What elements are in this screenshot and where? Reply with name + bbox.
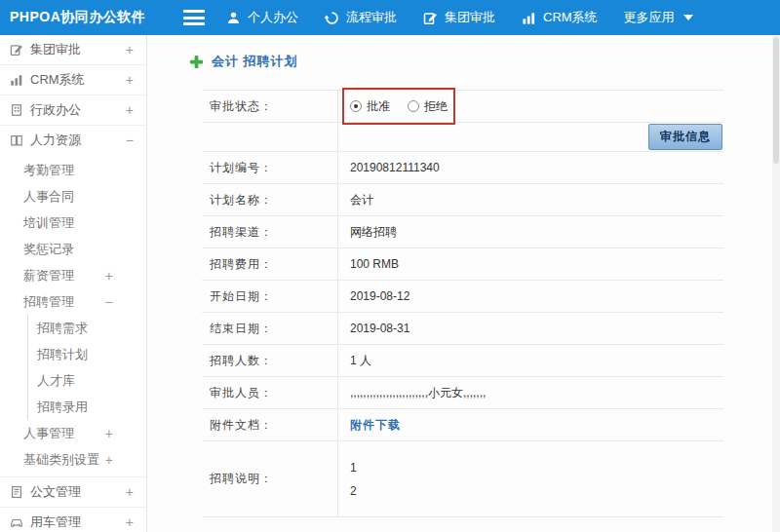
nav-label: 集团审批 — [445, 9, 495, 26]
expand-plus-icon[interactable]: + — [126, 73, 134, 87]
expand-plus-icon[interactable]: + — [126, 485, 134, 499]
sidebar-item-label: 招聘计划 — [37, 346, 88, 363]
sidebar-item-label: 基础类别设置 — [23, 451, 99, 469]
nav-crm[interactable]: CRM系统 — [522, 9, 598, 26]
sidebar: 集团审批 + CRM系统 + 行政办公 + 人力资源 − 考勤管理 人事合同 — [0, 35, 147, 532]
expand-plus-icon[interactable]: + — [105, 269, 113, 283]
document-icon — [10, 485, 23, 499]
sidebar-item-group-approval[interactable]: 集团审批 + — [0, 35, 146, 64]
hamburger-menu-icon[interactable] — [183, 10, 205, 25]
add-plus-icon[interactable] — [189, 55, 204, 69]
field-label: 结束日期： — [202, 313, 338, 344]
row-start-date: 开始日期： 2019-08-12 — [202, 280, 723, 312]
sidebar-item-contract[interactable]: 人事合同 — [0, 183, 146, 209]
edit-icon — [423, 11, 438, 25]
sidebar-item-crm[interactable]: CRM系统 + — [0, 65, 146, 95]
field-label: 审批人员： — [202, 377, 338, 408]
topbar: PHPOA协同办公软件 个人办公 流程审批 集团审批 CRM系统 更多应用 — [0, 0, 780, 35]
expand-plus-icon[interactable]: + — [126, 515, 134, 529]
collapse-minus-icon[interactable]: − — [105, 295, 113, 309]
field-label: 招聘人数： — [202, 345, 338, 376]
sidebar-item-basic-category[interactable]: 基础类别设置 + — [0, 446, 146, 473]
bar-chart-icon — [10, 73, 23, 87]
row-plan-number: 计划编号： 20190812111340 — [202, 151, 723, 183]
button-cell: 审批信息 — [338, 123, 723, 151]
nav-more-apps[interactable]: 更多应用 — [624, 9, 693, 26]
hr-submenu: 考勤管理 人事合同 培训管理 奖惩记录 薪资管理 + 招聘管理 − 招聘需求 — [0, 155, 146, 476]
radio-approve-label: 批准 — [367, 98, 390, 115]
sidebar-item-label: 公文管理 — [30, 483, 81, 501]
approval-status-row: 审批状态： 批准 拒绝 — [202, 90, 723, 122]
button-row: 审批信息 — [202, 122, 723, 151]
expand-plus-icon[interactable]: + — [126, 43, 134, 57]
sidebar-item-talent-pool[interactable]: 人才库 — [28, 367, 146, 394]
nav-process-approval[interactable]: 流程审批 — [325, 9, 397, 26]
sidebar-item-vehicle-mgmt[interactable]: 用车管理 + — [0, 508, 146, 532]
field-value: ,,,,,,,,,,,,,,,,,,,,,,,,小元女,,,,,,, — [338, 377, 723, 408]
scrollbar-thumb[interactable] — [773, 37, 779, 164]
sidebar-item-admin-office[interactable]: 行政办公 + — [0, 95, 146, 125]
sidebar-item-label: 招聘录用 — [37, 399, 88, 416]
field-value: 会计 — [338, 184, 723, 215]
edit-icon — [10, 43, 23, 57]
sidebar-item-recruitment[interactable]: 招聘管理 − — [0, 288, 146, 315]
approve-info-button[interactable]: 审批信息 — [648, 124, 722, 150]
person-icon — [226, 11, 241, 25]
sidebar-item-hr[interactable]: 人力资源 − — [0, 126, 146, 155]
book-icon — [10, 133, 23, 147]
attachment-download-link[interactable]: 附件下载 — [350, 417, 401, 434]
sidebar-item-label: 人力资源 — [30, 132, 81, 149]
row-recruit-channel: 招聘渠道： 网络招聘 — [202, 215, 723, 247]
approve-option[interactable]: 批准 — [350, 98, 390, 115]
recruitment-submenu: 招聘需求 招聘计划 人才库 招聘录用 — [27, 315, 146, 420]
approval-radio-group: 批准 拒绝 — [338, 91, 723, 122]
sidebar-item-label: 招聘管理 — [23, 293, 74, 311]
sidebar-item-label: 培训管理 — [23, 214, 74, 232]
expand-plus-icon[interactable]: + — [105, 453, 113, 467]
row-attachment: 附件文档： 附件下载 — [202, 408, 723, 440]
sidebar-item-attendance[interactable]: 考勤管理 — [0, 157, 146, 183]
caret-down-icon — [683, 15, 693, 20]
sidebar-item-recruit-demand[interactable]: 招聘需求 — [28, 315, 146, 341]
radio-reject-icon[interactable] — [408, 100, 419, 112]
expand-plus-icon[interactable]: + — [126, 103, 134, 117]
car-icon — [10, 515, 23, 529]
sidebar-item-label: 用车管理 — [30, 513, 81, 531]
field-label: 招聘费用： — [202, 248, 338, 280]
top-nav: 个人办公 流程审批 集团审批 CRM系统 更多应用 — [226, 9, 693, 26]
nav-group-approval[interactable]: 集团审批 — [423, 9, 495, 26]
reject-option[interactable]: 拒绝 — [408, 98, 448, 115]
sidebar-item-rewards[interactable]: 奖惩记录 — [0, 236, 146, 262]
sidebar-item-recruit-hire[interactable]: 招聘录用 — [28, 394, 146, 420]
sidebar-item-salary[interactable]: 薪资管理 + — [0, 262, 146, 288]
page-title: 会计 招聘计划 — [212, 53, 298, 70]
vertical-scrollbar[interactable] — [772, 35, 780, 532]
expand-plus-icon[interactable]: + — [105, 427, 113, 440]
attachment-cell: 附件下载 — [338, 409, 723, 440]
field-value: 2019-08-12 — [338, 281, 723, 312]
sidebar-item-label: 行政办公 — [30, 101, 81, 119]
sidebar-item-recruit-plan[interactable]: 招聘计划 — [28, 341, 146, 367]
row-approvers: 审批人员： ,,,,,,,,,,,,,,,,,,,,,,,,小元女,,,,,,, — [202, 376, 723, 408]
sidebar-item-label: 人事合同 — [23, 188, 74, 206]
cycle-icon — [325, 11, 339, 25]
nav-label: 流程审批 — [346, 9, 397, 26]
field-value: 1 人 — [338, 345, 723, 376]
sidebar-item-label: 奖惩记录 — [23, 241, 74, 258]
row-recruit-description: 招聘说明： 1 2 — [202, 440, 723, 516]
field-value: 网络招聘 — [338, 216, 723, 247]
sidebar-item-training[interactable]: 培训管理 — [0, 209, 146, 236]
row-recruit-cost: 招聘费用： 100 RMB — [202, 247, 723, 280]
nav-personal-office[interactable]: 个人办公 — [226, 9, 298, 26]
field-label: 审批状态： — [202, 91, 338, 122]
sidebar-item-label: CRM系统 — [30, 71, 85, 89]
sidebar-item-personnel[interactable]: 人事管理 + — [0, 420, 146, 446]
sidebar-item-document-mgmt[interactable]: 公文管理 + — [0, 477, 146, 507]
field-label: 计划编号： — [202, 152, 338, 183]
recruit-plan-form: 审批状态： 批准 拒绝 审批信息 计划编号： 20190 — [202, 90, 723, 517]
collapse-minus-icon[interactable]: − — [126, 133, 134, 147]
radio-reject-label: 拒绝 — [424, 98, 448, 115]
radio-approve-icon[interactable] — [350, 100, 362, 112]
field-value: 2019-08-31 — [338, 313, 723, 344]
building-icon — [10, 103, 23, 117]
